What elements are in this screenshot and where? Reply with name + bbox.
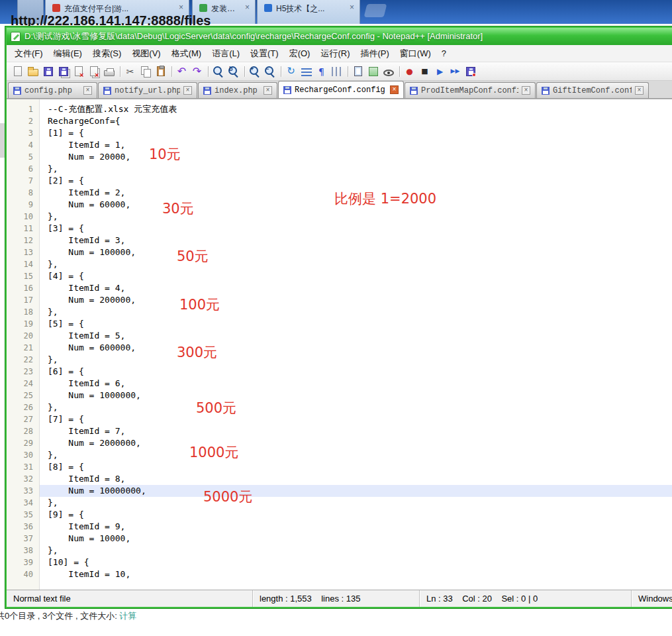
close-all-icon[interactable] xyxy=(87,64,101,78)
code-text[interactable]: ItemId = 7, xyxy=(40,425,672,437)
code-line-14: 14}, xyxy=(7,258,672,270)
redo-icon[interactable]: ↷ xyxy=(190,64,204,78)
close-tab-icon[interactable]: × xyxy=(350,3,354,11)
code-text[interactable]: RechargeConf={ xyxy=(40,115,672,127)
close-tab-icon[interactable]: × xyxy=(83,86,92,95)
doc-tab-notify_url.php[interactable]: notify_url.php× xyxy=(98,82,197,98)
code-text[interactable]: }, xyxy=(40,497,672,509)
close-tab-icon[interactable]: × xyxy=(245,3,250,11)
code-text[interactable]: [5] = { xyxy=(40,318,672,330)
open-icon[interactable] xyxy=(26,64,40,78)
show-all-chars-icon[interactable]: ¶ xyxy=(314,64,328,78)
code-text[interactable]: Num = 2000000, xyxy=(40,437,672,449)
code-text[interactable]: Num = 1000000, xyxy=(40,390,672,401)
indent-guide-icon[interactable] xyxy=(330,64,344,78)
zoom-out-icon[interactable]: − xyxy=(263,64,277,78)
doc-map-icon[interactable] xyxy=(351,64,365,78)
doc-tab-index.php[interactable]: index.php× xyxy=(198,82,277,98)
code-text[interactable]: ItemId = 8, xyxy=(40,473,672,485)
code-text[interactable]: [1] = { xyxy=(40,127,672,139)
menu-item-4[interactable]: 视图(V) xyxy=(126,45,166,62)
play-macro-icon[interactable]: ▶ xyxy=(433,64,447,78)
new-icon[interactable] xyxy=(11,64,24,78)
menu-item-11[interactable]: 窗口(W) xyxy=(395,45,436,62)
close-tab-icon[interactable]: × xyxy=(183,86,192,95)
code-text[interactable]: }, xyxy=(40,545,672,556)
record-macro-icon[interactable]: ● xyxy=(403,64,416,78)
zoom-in-icon[interactable]: + xyxy=(248,64,262,78)
code-text[interactable]: Num = 10000000, xyxy=(40,485,672,497)
close-tab-icon[interactable]: × xyxy=(179,3,183,11)
cut-icon[interactable]: ✂ xyxy=(123,64,137,78)
doc-tab-ProdItemMapConf.config[interactable]: ProdItemMapConf.config× xyxy=(405,82,536,98)
undo-icon[interactable]: ↶ xyxy=(175,64,189,78)
menu-item-7[interactable]: 设置(T) xyxy=(245,45,284,62)
title-bar[interactable]: D:\测试游戏\冰雪修复版\data\Debug\LogicServer\dat… xyxy=(7,28,672,45)
menu-item-10[interactable]: 插件(P) xyxy=(355,45,394,62)
word-wrap-icon[interactable] xyxy=(299,64,313,78)
new-tab-button[interactable] xyxy=(364,4,387,17)
stop-macro-icon[interactable]: ■ xyxy=(418,64,432,78)
menu-item-3[interactable]: 搜索(S) xyxy=(87,45,126,62)
paste-icon[interactable] xyxy=(154,64,168,78)
menu-item-9[interactable]: 运行(R) xyxy=(315,45,355,62)
code-text[interactable]: Num = 600000, xyxy=(40,342,672,354)
run-macro-multiple-icon[interactable]: ▶▶ xyxy=(448,64,462,78)
menu-item-2[interactable]: 编辑(E) xyxy=(48,45,87,62)
code-text[interactable]: ItemId = 10, xyxy=(40,568,672,580)
menu-item-8[interactable]: 宏(O) xyxy=(284,45,316,62)
code-text[interactable]: [9] = { xyxy=(40,509,672,521)
code-text[interactable]: Num = 20000, xyxy=(40,151,672,163)
code-text[interactable]: ItemId = 1, xyxy=(40,139,672,151)
code-text[interactable]: [6] = { xyxy=(40,366,672,378)
save-macro-icon[interactable] xyxy=(463,64,477,78)
code-text[interactable]: [7] = { xyxy=(40,413,672,425)
print-icon[interactable] xyxy=(102,64,116,78)
code-text[interactable]: ItemId = 4, xyxy=(40,282,672,294)
save-icon[interactable] xyxy=(41,64,55,78)
close-tab-icon[interactable]: × xyxy=(264,86,272,95)
code-text[interactable]: }, xyxy=(40,163,672,175)
menu-item-5[interactable]: 格式(M) xyxy=(166,45,207,62)
code-text[interactable]: Num = 200000, xyxy=(40,294,672,306)
code-text[interactable]: }, xyxy=(40,449,672,461)
close-tab-icon[interactable]: × xyxy=(635,86,644,95)
calc-link[interactable]: 计算 xyxy=(119,611,136,621)
doc-tab-label: ProdItemMapConf.config xyxy=(421,86,518,95)
code-text[interactable]: --C-充值配置.xlsx 元宝充值表 xyxy=(40,103,672,115)
code-text[interactable]: }, xyxy=(40,306,672,318)
close-tab-icon[interactable]: × xyxy=(390,85,399,94)
code-text[interactable]: ItemId = 5, xyxy=(40,330,672,342)
browser-tab-3[interactable]: H5技术【之...× xyxy=(257,0,360,24)
code-text[interactable]: Num = 10000, xyxy=(40,533,672,545)
save-all-icon[interactable] xyxy=(56,64,70,78)
code-text[interactable]: [4] = { xyxy=(40,270,672,282)
sync-icon[interactable]: ↻ xyxy=(284,64,298,78)
replace-icon[interactable]: b xyxy=(226,64,240,78)
code-text[interactable]: [3] = { xyxy=(40,223,672,235)
copy-icon[interactable] xyxy=(138,64,152,78)
doc-tab-config.php[interactable]: config.php× xyxy=(8,82,97,98)
code-text[interactable]: [8] = { xyxy=(40,461,672,473)
code-text[interactable]: }, xyxy=(40,258,672,270)
doc-tab-GiftItemConf.config[interactable]: GiftItemConf.config× xyxy=(536,82,649,98)
code-text[interactable]: }, xyxy=(40,354,672,366)
editor[interactable]: 1--C-充值配置.xlsx 元宝充值表2RechargeConf={3[1] … xyxy=(7,99,672,590)
monitor-icon[interactable] xyxy=(381,64,395,78)
find-icon[interactable] xyxy=(211,64,225,78)
code-text[interactable]: ItemId = 6, xyxy=(40,378,672,390)
menu-item-12[interactable]: ? xyxy=(436,46,452,61)
doc-tab-RechargeConf.config[interactable]: RechargeConf.config× xyxy=(278,81,404,98)
menu-item-1[interactable]: 文件(F) xyxy=(9,45,48,62)
code-text[interactable]: ItemId = 9, xyxy=(40,521,672,533)
close-icon[interactable] xyxy=(72,64,85,78)
code-text[interactable]: }, xyxy=(40,401,672,413)
close-tab-icon[interactable]: × xyxy=(522,86,530,95)
code-text[interactable]: [2] = { xyxy=(40,175,672,187)
menu-item-6[interactable]: 语言(L) xyxy=(207,45,245,62)
code-text[interactable]: Num = 100000, xyxy=(40,246,672,258)
code-text[interactable]: }, xyxy=(40,211,672,223)
function-list-icon[interactable] xyxy=(366,64,380,78)
code-text[interactable]: ItemId = 3, xyxy=(40,235,672,246)
code-text[interactable]: [10] = { xyxy=(40,556,672,568)
